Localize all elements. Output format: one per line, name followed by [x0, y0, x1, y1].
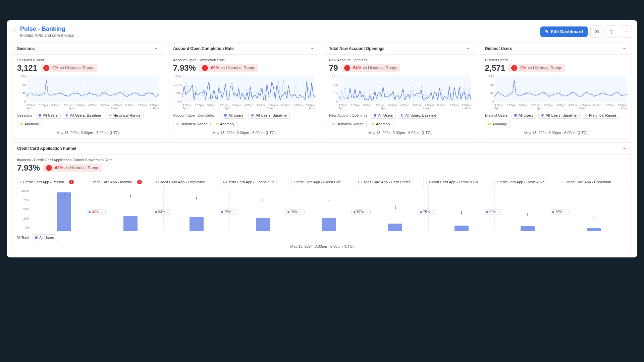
- delta-badge: ↓-69%vs Historical Range: [199, 64, 258, 72]
- alert-icon: !: [137, 180, 142, 184]
- step-number: 2: [87, 180, 89, 184]
- legend-chip-hist[interactable]: Historical Range: [106, 112, 144, 119]
- funnel-column[interactable]: I91%→: [429, 187, 495, 231]
- card-menu-icon[interactable]: ⋯: [311, 46, 315, 51]
- y-tick: 161%: [174, 75, 182, 78]
- delta-pct: -54%: [352, 66, 361, 70]
- step-number: 6: [358, 180, 360, 184]
- legend-chip-baseline[interactable]: All Users; Baseline: [248, 112, 289, 119]
- legend-dot-icon: [251, 114, 254, 117]
- legend-chip-hist[interactable]: Historical Range: [582, 112, 619, 119]
- funnel-chart: 100%75%50%25%0% I42%→I93%→I95%→I97%→I57%…: [17, 187, 627, 231]
- funnel-bar: [521, 226, 535, 231]
- step-number: 1: [19, 180, 21, 184]
- legend-dot-icon: [35, 236, 38, 239]
- mini-chart[interactable]: 134894503:00pm3:17pm3:34pm3:51pm4:08pm4:…: [17, 75, 159, 107]
- mini-chart[interactable]: 133894403:00pm3:17pm3:34pm3:51pm4:08pm4:…: [485, 75, 627, 107]
- conversion-pill[interactable]: 95%→: [219, 209, 238, 215]
- step-name: Credit Card App - Credit Hist…: [294, 180, 344, 184]
- funnel-column[interactable]: I57%→: [296, 187, 362, 231]
- legend-chip-hist[interactable]: Historical Range: [173, 121, 211, 127]
- funnel-step-header[interactable]: 5Credit Card App - Credit Hist…: [288, 177, 356, 187]
- legend-chip-allusers[interactable]: All Users: [221, 112, 246, 119]
- card-timestamp: May 13, 2024, 3:00pm - 6:00pm (UTC): [329, 131, 471, 135]
- arrow-right-icon: →: [232, 210, 236, 214]
- conversion-pill[interactable]: 91%→: [484, 209, 503, 215]
- funnel-column[interactable]: I93%→: [97, 187, 163, 231]
- funnel-y-tick: 100%: [21, 189, 29, 192]
- share-icon[interactable]: ⇪: [605, 25, 617, 38]
- x-tick-major: 3pm: [182, 107, 189, 110]
- funnel-step-header[interactable]: 8Credit Card App - Review & S…: [491, 177, 559, 187]
- x-tick: 5:33pm: [605, 104, 614, 107]
- x-tick-major: 5pm: [579, 107, 585, 110]
- funnel-column[interactable]: I95%→: [164, 187, 230, 231]
- legend-chip-anomaly[interactable]: Anomaly: [485, 121, 510, 127]
- legend-dot-icon: [514, 114, 517, 117]
- funnel-bar: [388, 224, 402, 231]
- legend-chip-baseline[interactable]: All Users; Baseline: [538, 112, 580, 119]
- funnel-column[interactable]: I75%→: [362, 187, 428, 231]
- conversion-pill[interactable]: 93%→: [153, 209, 172, 215]
- x-tick: 3:00pm: [26, 104, 36, 107]
- conv-dot-icon: [155, 211, 157, 213]
- funnel-bars: I42%→I93%→I95%→I97%→I57%→I75%→I91%→I56%→…: [31, 187, 627, 231]
- x-tick: 5:33pm: [293, 104, 303, 107]
- card-menu-icon[interactable]: ⋯: [155, 46, 159, 51]
- more-icon[interactable]: ⋯: [620, 25, 632, 38]
- step-name: Credit Card App - Identity…: [91, 180, 136, 184]
- edit-dashboard-label: Edit Dashboard: [551, 29, 583, 34]
- conv-pct: 56%: [555, 210, 562, 214]
- mail-icon[interactable]: ✉: [590, 25, 602, 38]
- step-number: 3: [155, 180, 157, 184]
- funnel-y-tick: 0%: [25, 226, 29, 229]
- funnel-step-header[interactable]: 4Credit Card App - Financial In…: [221, 177, 288, 187]
- legend-chip-anomaly[interactable]: Anomaly: [213, 121, 237, 127]
- step-name: Credit Card App - Employme…: [158, 180, 209, 184]
- conversion-pill[interactable]: 42%→: [86, 209, 106, 215]
- funnel-step-header[interactable]: 6Credit Card App - Card Prefer…: [356, 177, 424, 187]
- funnel-bar: [587, 228, 601, 231]
- legend-chip-anomaly[interactable]: Anomaly: [369, 121, 393, 127]
- edit-dashboard-button[interactable]: ✎ Edit Dashboard: [540, 26, 588, 37]
- conversion-pill[interactable]: 56%→: [550, 209, 569, 215]
- funnel-legend-allusers[interactable]: All Users: [32, 234, 57, 241]
- funnel-column[interactable]: I: [561, 187, 627, 231]
- funnel-step-header[interactable]: 3Credit Card App - Employme…: [153, 177, 221, 187]
- conversion-pill[interactable]: 97%→: [285, 209, 305, 215]
- star-icon[interactable]: ☆: [12, 27, 17, 33]
- conversion-pill[interactable]: 57%→: [351, 209, 371, 215]
- x-tick-major: 3pm: [494, 107, 500, 110]
- card-menu-icon[interactable]: ⋯: [467, 46, 471, 51]
- legend-dot-icon: [332, 123, 335, 125]
- funnel-step-header[interactable]: 2Credit Card App - Identity…!: [85, 177, 153, 187]
- mini-chart[interactable]: 10.16.83.403:00pm3:17pm3:34pm3:51pm4:08p…: [329, 75, 471, 107]
- funnel-column[interactable]: I42%→: [31, 187, 97, 231]
- funnel-menu-icon[interactable]: ⋯: [623, 146, 627, 151]
- legend-chip-anomaly[interactable]: Anomaly: [17, 121, 42, 127]
- funnel-step-header[interactable]: 7Credit Card App - Terms & Co…: [424, 177, 491, 187]
- metric-value: 3,121: [17, 63, 37, 73]
- legend-chip-hist[interactable]: Historical Range: [329, 121, 367, 127]
- funnel-column[interactable]: I97%→: [230, 187, 296, 231]
- funnel-column[interactable]: I56%→: [495, 187, 561, 231]
- card-menu-icon[interactable]: ⋯: [623, 46, 627, 51]
- conversion-pill[interactable]: 75%→: [418, 209, 437, 215]
- dashboard-title[interactable]: Pulse - Banking: [20, 25, 74, 33]
- funnel-step-header[interactable]: 1Credit Card App - Person…!: [17, 177, 85, 187]
- metric-label: Account Open Completion Rate: [173, 58, 315, 62]
- step-number: 8: [493, 180, 495, 184]
- metric-value: 79: [329, 63, 338, 73]
- y-tick: 54%: [176, 92, 182, 95]
- legend-chip-allusers[interactable]: All Users: [371, 112, 396, 119]
- conv-pct: 42%: [92, 210, 99, 214]
- mini-chart[interactable]: 161%107%54%0%3:00pm3:17pm3:34pm3:51pm4:0…: [173, 75, 315, 107]
- legend-chip-baseline[interactable]: All Users; Baseline: [63, 112, 104, 119]
- legend-dot-icon: [488, 123, 491, 125]
- legend-chip-allusers[interactable]: All Users: [36, 112, 61, 119]
- legend-chip-baseline[interactable]: All Users; Baseline: [398, 112, 439, 119]
- funnel-card: Credit Card Application Funnel ⋯ financi…: [12, 142, 632, 252]
- legend-chip-allusers[interactable]: All Users: [511, 112, 536, 119]
- funnel-step-header[interactable]: 9Credit Card App - Confirmati…: [559, 177, 627, 187]
- error-bar-icon: I: [196, 195, 197, 201]
